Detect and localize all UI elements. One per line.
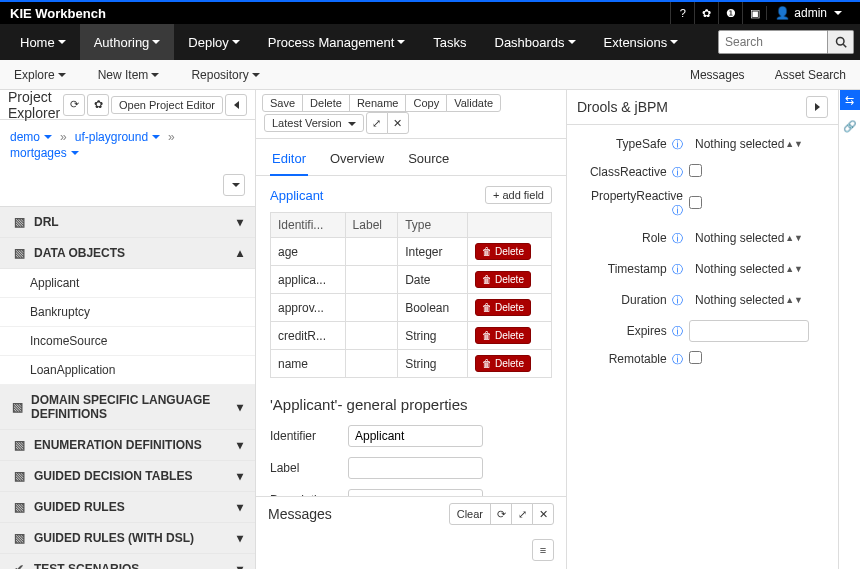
duration-select[interactable]: Nothing selected▲▼ [689, 289, 809, 311]
breadcrumb-collapse-button[interactable] [223, 174, 245, 196]
info-icon[interactable]: ⓘ [672, 232, 683, 244]
tree-section-test-scenarios[interactable]: ✔TEST SCENARIOS▾ [0, 554, 255, 569]
menu-deploy[interactable]: Deploy [174, 24, 253, 60]
column-header: Label [345, 213, 398, 238]
rail-toggle-button[interactable]: ⇆ [840, 90, 860, 110]
save-button[interactable]: Save [262, 94, 303, 112]
info-icon[interactable]: ⓘ [672, 294, 683, 306]
messages-list-button[interactable]: ≡ [532, 539, 554, 561]
submenu-explore[interactable]: Explore [6, 68, 74, 82]
menu-home[interactable]: Home [6, 24, 80, 60]
caret-down-icon [58, 73, 66, 77]
messages-expand-button[interactable]: ⤢ [511, 503, 533, 525]
tree-item-incomesource[interactable]: IncomeSource [0, 327, 255, 356]
tab-overview[interactable]: Overview [328, 147, 386, 175]
info-icon[interactable]: ❶ [718, 2, 742, 24]
submenu-messages[interactable]: Messages [682, 68, 753, 82]
table-row[interactable]: approv...Boolean🗑Delete [271, 294, 552, 322]
menu-process-management[interactable]: Process Management [254, 24, 419, 60]
propertyreactive-checkbox[interactable] [689, 196, 702, 209]
delete-field-button[interactable]: 🗑Delete [475, 355, 531, 372]
messages-clear-button[interactable]: Clear [449, 503, 491, 525]
settings-button[interactable]: ✿ [87, 94, 109, 116]
cube-icon: ▧ [12, 246, 26, 260]
gear-icon[interactable]: ✿ [694, 2, 718, 24]
menu-extensions[interactable]: Extensions [590, 24, 693, 60]
info-icon[interactable]: ⓘ [672, 353, 683, 365]
breadcrumb-mortgages[interactable]: mortgages [10, 146, 79, 160]
delete-field-button[interactable]: 🗑Delete [475, 243, 531, 260]
tree-section-enumeration-definitions[interactable]: ▧ENUMERATION DEFINITIONS▾ [0, 430, 255, 461]
close-editor-button[interactable]: ✕ [387, 112, 409, 134]
info-icon[interactable]: ⓘ [672, 263, 683, 275]
menu-tasks[interactable]: Tasks [419, 24, 480, 60]
expires-input[interactable] [689, 320, 809, 342]
open-project-editor-button[interactable]: Open Project Editor [111, 96, 223, 114]
collapse-properties-button[interactable] [806, 96, 828, 118]
menu-dashboards[interactable]: Dashboards [481, 24, 590, 60]
info-icon[interactable]: ⓘ [672, 166, 683, 178]
submenu-new-item[interactable]: New Item [90, 68, 168, 82]
submenu-repository[interactable]: Repository [183, 68, 267, 82]
messages-close-button[interactable]: ✕ [532, 503, 554, 525]
rename-button[interactable]: Rename [349, 94, 407, 112]
breadcrumb-uf-playground[interactable]: uf-playground [75, 130, 160, 144]
tree-section-data-objects[interactable]: ▧DATA OBJECTS▴ [0, 238, 255, 269]
delete-button[interactable]: Delete [302, 94, 350, 112]
tree-section-guided-decision-tables[interactable]: ▧GUIDED DECISION TABLES▾ [0, 461, 255, 492]
table-row[interactable]: applica...Date🗑Delete [271, 266, 552, 294]
expand-button[interactable]: ⤢ [366, 112, 388, 134]
tree-section-guided-rules-with-dsl-[interactable]: ▧GUIDED RULES (WITH DSL)▾ [0, 523, 255, 554]
copy-button[interactable]: Copy [405, 94, 447, 112]
refresh-button[interactable]: ⟳ [63, 94, 85, 116]
info-icon[interactable]: ⓘ [672, 138, 683, 150]
identifier-input[interactable] [348, 425, 483, 447]
classreactive-checkbox[interactable] [689, 164, 702, 177]
label-label: Label [270, 457, 348, 475]
role-select[interactable]: Nothing selected▲▼ [689, 227, 809, 249]
help-icon[interactable]: ? [670, 2, 694, 24]
tree-section-drl[interactable]: ▧DRL▾ [0, 207, 255, 238]
info-icon[interactable]: ⓘ [672, 325, 683, 337]
version-dropdown[interactable]: Latest Version [264, 114, 364, 132]
user-name: admin [794, 6, 827, 20]
trash-icon: 🗑 [482, 302, 492, 313]
timestamp-select[interactable]: Nothing selected▲▼ [689, 258, 809, 280]
briefcase-icon[interactable]: ▣ [742, 2, 766, 24]
remotable-checkbox[interactable] [689, 351, 702, 364]
tree-item-loanapplication[interactable]: LoanApplication [0, 356, 255, 385]
file-icon: ▧ [12, 469, 26, 483]
tree-section-guided-rules[interactable]: ▧GUIDED RULES▾ [0, 492, 255, 523]
description-textarea[interactable] [348, 489, 483, 496]
table-row[interactable]: nameString🗑Delete [271, 350, 552, 378]
tree-item-bankruptcy[interactable]: Bankruptcy [0, 298, 255, 327]
caret-icon: ▾ [237, 562, 243, 569]
object-name-link[interactable]: Applicant [270, 188, 323, 203]
messages-refresh-button[interactable]: ⟳ [490, 503, 512, 525]
tree-section-domain-specific-language-definitions[interactable]: ▧DOMAIN SPECIFIC LANGUAGE DEFINITIONS▾ [0, 385, 255, 430]
submenu-asset-search[interactable]: Asset Search [767, 68, 854, 82]
collapse-explorer-button[interactable] [225, 94, 247, 116]
label-input[interactable] [348, 457, 483, 479]
breadcrumb-demo[interactable]: demo [10, 130, 52, 144]
check-icon: ✔ [12, 562, 26, 569]
caret-down-icon [232, 40, 240, 44]
tab-source[interactable]: Source [406, 147, 451, 175]
rail-link-button[interactable]: 🔗 [840, 116, 860, 136]
info-icon[interactable]: ⓘ [672, 204, 683, 216]
add-field-button[interactable]: + add field [485, 186, 552, 204]
breadcrumb-separator: » [60, 130, 67, 144]
validate-button[interactable]: Validate [446, 94, 501, 112]
delete-field-button[interactable]: 🗑Delete [475, 271, 531, 288]
delete-field-button[interactable]: 🗑Delete [475, 299, 531, 316]
typesafe-select[interactable]: Nothing selected▲▼ [689, 133, 809, 155]
tree-item-applicant[interactable]: Applicant [0, 269, 255, 298]
global-search-input[interactable] [718, 30, 828, 54]
delete-field-button[interactable]: 🗑Delete [475, 327, 531, 344]
user-menu[interactable]: 👤 admin [766, 6, 850, 20]
search-button[interactable] [828, 30, 854, 54]
table-row[interactable]: ageInteger🗑Delete [271, 238, 552, 266]
table-row[interactable]: creditR...String🗑Delete [271, 322, 552, 350]
tab-editor[interactable]: Editor [270, 147, 308, 176]
menu-authoring[interactable]: Authoring [80, 24, 175, 60]
